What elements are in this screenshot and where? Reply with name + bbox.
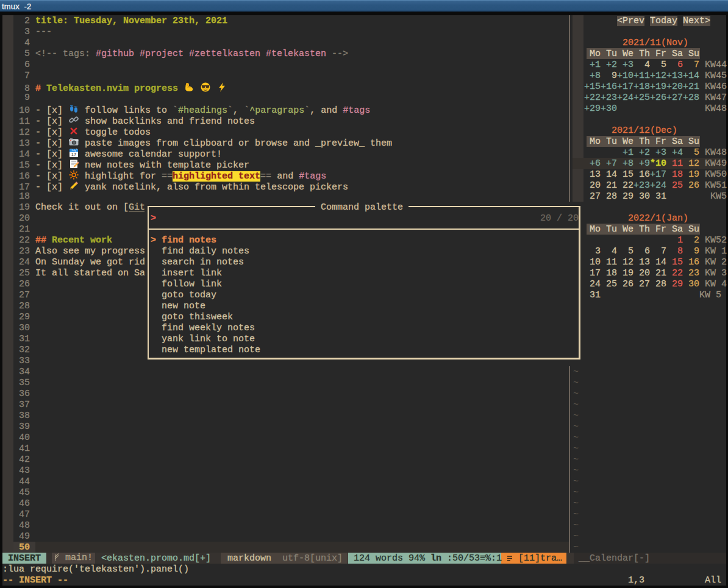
- svg-text:17: 17: [71, 152, 76, 157]
